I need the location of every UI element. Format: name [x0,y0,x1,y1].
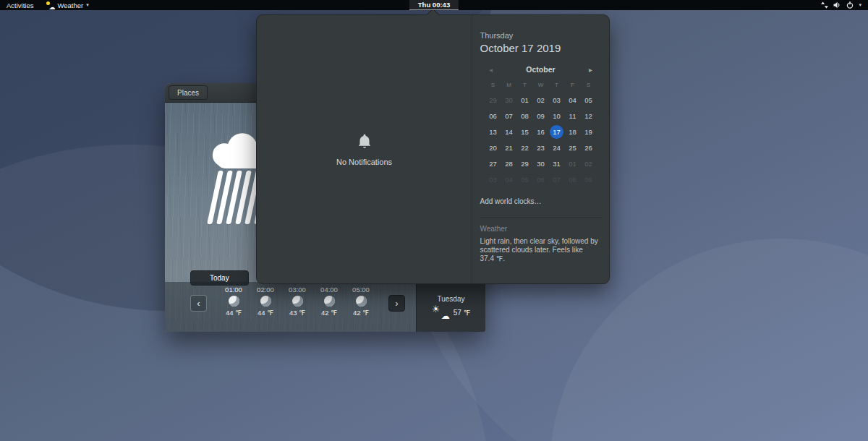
hour-temperature: 44 ℉ [226,309,242,317]
weather-summary-text: Light rain, then clear sky, followed by … [480,237,599,264]
calendar-weekday: Thursday [480,31,602,40]
no-notifications-label: No Notifications [336,158,392,166]
month-navigation: ◂ October ▸ [483,65,599,74]
calendar-day[interactable]: 07 [549,171,565,187]
weather-app-icon: ☁ [46,1,54,9]
clock-button[interactable]: Thu 00:43 [409,0,459,10]
calendar-day[interactable]: 31 [549,155,565,171]
app-menu-label: Weather [57,1,83,9]
calendar-day[interactable]: 05 [517,171,533,187]
calendar-day[interactable]: 29 [517,155,533,171]
calendar-day[interactable]: 06 [485,108,501,124]
next-month-button[interactable]: ▸ [583,66,599,74]
calendar-day[interactable]: 23 [533,140,549,155]
notifications-pane: No Notifications [257,15,472,283]
weekday-header: M [501,82,517,88]
calendar-day[interactable]: 22 [517,140,533,155]
hour-temperature: 43 ℉ [289,309,305,317]
activities-button[interactable]: Activities [0,0,40,10]
calendar-day[interactable]: 18 [565,124,581,140]
bell-icon [355,132,374,151]
hour-time: 04:00 [320,286,338,294]
hour-time: 02:00 [257,286,274,294]
hourly-item: 04:00 42 ℉ [313,286,345,317]
calendar-day[interactable]: 10 [549,108,565,124]
places-button[interactable]: Places [169,85,208,100]
add-world-clocks-button[interactable]: Add world clocks… [480,197,602,205]
volume-icon [833,1,841,9]
hour-time: 03:00 [289,286,306,294]
hour-time: 01:00 [225,286,242,294]
calendar-day[interactable]: 01 [517,92,533,108]
calendar-day[interactable]: 15 [517,124,533,140]
hourly-next-button[interactable]: › [388,295,405,312]
calendar-day[interactable]: 16 [533,124,549,140]
hourly-prev-button[interactable]: ‹ [190,295,207,312]
calendar-day[interactable]: 24 [549,140,565,155]
tuesday-forecast-panel[interactable]: Tuesday ☀☁ 57 ℉ [416,282,485,332]
calendar-day[interactable]: 19 [581,124,597,140]
calendar-popover: No Notifications Thursday October 17 201… [256,14,610,284]
weekday-header: W [533,82,549,88]
hour-temperature: 42 ℉ [353,309,369,317]
weather-section-title: Weather [480,225,602,233]
calendar-day[interactable]: 02 [533,92,549,108]
hourly-item: 02:00 44 ℉ [250,286,281,317]
hour-temperature: 44 ℉ [258,309,273,317]
system-status-area[interactable]: ▾ [821,0,868,10]
calendar-day[interactable]: 28 [501,155,517,171]
calendar-day[interactable]: 21 [501,140,517,155]
calendar-day[interactable]: 09 [581,171,597,187]
night-weather-icon [229,296,239,307]
hour-temperature: 42 ℉ [321,309,337,317]
calendar-day[interactable]: 20 [485,140,501,155]
calendar-day[interactable]: 29 [485,92,501,108]
calendar-day[interactable]: 08 [517,108,533,124]
calendar-day[interactable]: 30 [533,155,549,171]
calendar-day[interactable]: 05 [581,92,597,108]
power-icon [846,1,854,9]
calendar-day[interactable]: 17 [550,125,563,139]
chevron-down-icon: ▾ [86,2,89,8]
calendar-date: October 17 2019 [480,42,602,54]
top-bar: Activities ☁ Weather ▾ Thu 00:43 [0,0,868,10]
calendar-day[interactable]: 04 [565,92,581,108]
weekday-header: S [581,82,597,88]
night-weather-icon [356,296,367,307]
calendar-day[interactable]: 25 [565,140,581,155]
calendar-day[interactable]: 27 [485,155,501,171]
calendar-day[interactable]: 11 [565,108,581,124]
tuesday-label: Tuesday [438,295,465,303]
chevron-down-icon: ▾ [859,2,861,8]
calendar-day[interactable]: 07 [501,108,517,124]
calendar-day[interactable]: 01 [565,155,581,171]
hour-time: 05:00 [352,286,370,294]
calendar-day[interactable]: 13 [485,124,501,140]
calendar-day[interactable]: 02 [581,155,597,171]
weather-summary-section: Weather Light rain, then clear sky, foll… [480,217,602,264]
calendar-day[interactable]: 14 [501,124,517,140]
desktop: Today ‹ 01:00 44 ℉ 02:00 44 ℉ 03:00 [0,0,868,441]
calendar-day[interactable]: 06 [533,171,549,187]
network-icon [821,1,828,9]
calendar-day[interactable]: 08 [565,171,581,187]
calendar-day[interactable]: 03 [549,92,565,108]
calendar-day[interactable]: 03 [485,171,501,187]
hourly-item: 03:00 43 ℉ [281,286,313,317]
calendar-pane: Thursday October 17 2019 ◂ October ▸ SMT… [472,15,609,283]
calendar-day[interactable]: 12 [581,108,597,124]
month-label: October [499,65,583,74]
night-weather-icon [324,296,335,307]
calendar-day[interactable]: 09 [533,108,549,124]
prev-month-button[interactable]: ◂ [483,66,499,74]
weekday-header: T [549,82,565,88]
hourly-item: 05:00 42 ℉ [345,286,377,317]
app-menu-button[interactable]: ☁ Weather ▾ [40,0,95,10]
hourly-item: 01:00 44 ℉ [218,286,250,317]
sun-cloud-icon: ☀☁ [432,307,449,319]
hourly-forecast-bar: ‹ 01:00 44 ℉ 02:00 44 ℉ 03:00 43 ℉ [165,282,485,332]
calendar-day[interactable]: 04 [501,171,517,187]
weekday-headers: SMTWTFS [485,82,597,88]
calendar-day[interactable]: 30 [501,92,517,108]
calendar-day[interactable]: 26 [581,140,597,155]
